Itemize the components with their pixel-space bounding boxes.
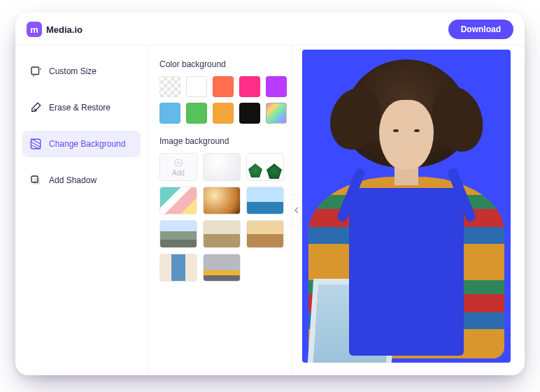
shadow-icon	[29, 174, 42, 187]
plus-icon	[173, 158, 183, 168]
sidebar-item-label: Custom Size	[49, 66, 97, 76]
image-bg-ocean[interactable]	[246, 187, 284, 215]
sidebar-item-erase-restore[interactable]: Erase & Restore	[22, 94, 141, 121]
options-panel: Color background Image background Add	[148, 45, 292, 375]
chevron-left-icon	[294, 207, 299, 214]
color-section-title: Color background	[159, 59, 282, 69]
color-swatch-gradient[interactable]	[266, 103, 287, 124]
svg-rect-0	[31, 67, 39, 75]
brand-name: Media.io	[46, 24, 83, 35]
color-swatch-coral[interactable]	[213, 76, 234, 97]
sidebar-item-label: Erase & Restore	[49, 103, 111, 112]
app-window: m Media.io Download Custom Size Erase & …	[15, 13, 525, 375]
image-bg-old-town[interactable]	[203, 220, 241, 248]
image-bg-blue-door[interactable]	[159, 254, 197, 282]
color-swatch-sky-blue[interactable]	[159, 103, 180, 124]
sidebar-item-change-background[interactable]: Change Background	[22, 131, 141, 157]
color-swatch-magenta[interactable]	[239, 76, 260, 97]
image-bg-nyc-taxis[interactable]	[203, 254, 241, 282]
preview-area	[292, 45, 525, 375]
color-swatch-orange[interactable]	[213, 103, 234, 124]
color-swatch-purple[interactable]	[266, 76, 287, 97]
download-button[interactable]: Download	[448, 20, 513, 39]
background-icon	[29, 138, 42, 150]
brand-logo-icon: m	[27, 22, 42, 37]
main: Custom Size Erase & Restore Change Backg…	[15, 45, 525, 375]
sidebar-item-label: Add Shadow	[49, 175, 97, 185]
image-bg-pastel-diagonals[interactable]	[159, 187, 197, 215]
image-bg-sunlit-alley[interactable]	[246, 220, 284, 248]
svg-rect-3	[34, 178, 40, 184]
image-bg-bokeh-gold[interactable]	[203, 187, 241, 215]
brand-glyph: m	[30, 24, 38, 35]
sidebar-item-add-shadow[interactable]: Add Shadow	[22, 167, 141, 194]
color-swatch-grid	[158, 76, 282, 124]
preview-subject	[302, 50, 511, 363]
image-bg-mountain-road[interactable]	[159, 220, 197, 248]
preview-canvas[interactable]	[302, 50, 511, 363]
eraser-icon	[29, 101, 42, 114]
image-background-grid: Add	[158, 153, 282, 282]
sidebar-item-custom-size[interactable]: Custom Size	[22, 58, 141, 85]
sidebar-item-label: Change Background	[49, 139, 125, 149]
sidebar: Custom Size Erase & Restore Change Backg…	[15, 45, 148, 375]
image-bg-add-label: Add	[172, 169, 185, 177]
panel-collapse-handle[interactable]	[292, 194, 301, 226]
crop-icon	[29, 65, 42, 78]
image-bg-monstera[interactable]	[246, 153, 284, 181]
color-swatch-green[interactable]	[186, 103, 207, 124]
image-bg-add[interactable]: Add	[159, 153, 197, 181]
image-section-title: Image background	[159, 136, 282, 146]
color-swatch-black[interactable]	[239, 103, 260, 124]
color-swatch-transparent[interactable]	[159, 76, 180, 97]
image-bg-studio-white[interactable]	[203, 153, 241, 181]
brand: m Media.io	[27, 22, 83, 37]
color-swatch-white[interactable]	[186, 76, 207, 97]
header: m Media.io Download	[15, 13, 525, 45]
